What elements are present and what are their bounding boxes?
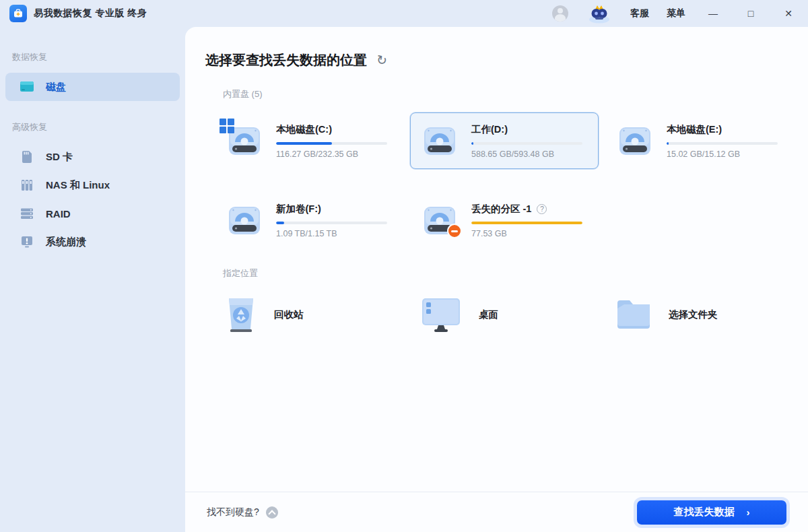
drive-card-c[interactable]: 本地磁盘(C:) 116.27 GB/232.35 GB xyxy=(215,112,403,169)
drive-size: 1.09 TB/1.15 TB xyxy=(276,229,393,238)
page-title: 选择要查找丢失数据的位置 xyxy=(205,51,367,69)
window-title: 易我数据恢复 专业版 终身 xyxy=(34,7,147,20)
locations-label: 指定位置 xyxy=(223,267,808,279)
refresh-icon[interactable]: ↻ xyxy=(375,52,389,69)
location-recycle-bin[interactable]: 回收站 xyxy=(215,292,403,337)
lost-partition-badge-icon xyxy=(447,224,462,238)
sidebar-item-disk[interactable]: 磁盘 xyxy=(5,73,180,101)
arrow-right-icon: › xyxy=(747,506,750,518)
scan-lost-data-button[interactable]: 查找丢失数据 › xyxy=(637,500,786,525)
capacity-bar xyxy=(667,142,778,145)
drive-name: 新加卷(F:) xyxy=(276,203,393,215)
drive-card-e[interactable]: 本地磁盘(E:) 15.02 GB/15.12 GB xyxy=(605,112,794,169)
drive-card-d[interactable]: 工作(D:) 588.65 GB/593.48 GB xyxy=(410,112,599,169)
drive-name: 本地磁盘(C:) xyxy=(276,123,393,136)
drive-size: 15.02 GB/15.12 GB xyxy=(667,149,784,159)
disk-icon xyxy=(19,79,35,95)
drive-size: 588.65 GB/593.48 GB xyxy=(471,149,588,159)
drive-card-grid: 本地磁盘(C:) 116.27 GB/232.35 GB xyxy=(215,112,808,248)
help-icon[interactable]: ? xyxy=(537,204,547,214)
minimize-button[interactable]: — xyxy=(703,8,723,19)
app-logo-icon xyxy=(9,5,27,22)
raid-array-icon xyxy=(19,205,35,222)
support-link[interactable]: 客服 xyxy=(630,7,649,20)
sidebar-section-data-recovery: 数据恢复 xyxy=(0,51,185,63)
internal-disks-label: 内置盘 (5) xyxy=(223,88,808,100)
cant-find-drive-text: 找不到硬盘? xyxy=(207,506,259,519)
assistant-mascot-icon[interactable] xyxy=(586,3,613,24)
folder-icon xyxy=(615,298,652,331)
sidebar-item-label: NAS 和 Linux xyxy=(46,179,110,192)
maximize-button[interactable]: □ xyxy=(741,8,761,19)
user-avatar[interactable] xyxy=(552,5,568,22)
drive-size: 77.53 GB xyxy=(471,229,588,238)
location-label: 选择文件夹 xyxy=(669,308,718,321)
cant-find-drive-link[interactable]: 找不到硬盘? xyxy=(207,506,278,519)
hard-drive-icon xyxy=(615,121,654,160)
system-crash-icon xyxy=(19,234,35,250)
sidebar-item-label: 磁盘 xyxy=(46,81,66,94)
capacity-bar xyxy=(471,222,582,224)
sidebar-item-system-crash[interactable]: 系统崩溃 xyxy=(5,228,180,256)
location-label: 回收站 xyxy=(274,308,304,321)
sidebar-item-label: 系统崩溃 xyxy=(46,236,86,248)
drive-name: 丢失的分区 -1 ? xyxy=(471,203,588,215)
title-bar: 易我数据恢复 专业版 终身 客服 菜单 — □ ✕ xyxy=(0,0,808,27)
drive-name: 本地磁盘(E:) xyxy=(667,123,784,136)
hard-drive-icon xyxy=(225,201,264,240)
hard-drive-icon xyxy=(420,121,459,160)
drive-name: 工作(D:) xyxy=(471,123,588,136)
locations-row: 回收站 桌面 选择文件夹 xyxy=(215,292,808,337)
chevron-up-circle-icon xyxy=(266,506,278,519)
desktop-icon xyxy=(419,296,463,333)
capacity-bar xyxy=(471,142,582,145)
sidebar-item-nas-linux[interactable]: NAS 和 Linux xyxy=(5,171,180,199)
menu-link[interactable]: 菜单 xyxy=(667,7,685,20)
sidebar-item-sd-card[interactable]: SD 卡 xyxy=(5,143,180,171)
sidebar: 数据恢复 磁盘 高级恢复 SD 卡 xyxy=(0,27,185,532)
sd-card-icon xyxy=(19,149,35,165)
capacity-bar xyxy=(276,142,387,145)
sidebar-item-raid[interactable]: RAID xyxy=(5,199,180,228)
location-select-folder[interactable]: 选择文件夹 xyxy=(605,292,794,337)
main-panel: 选择要查找丢失数据的位置 ↻ 内置盘 (5) 本地磁盘(C:) xyxy=(185,27,808,532)
sidebar-item-label: RAID xyxy=(46,208,71,220)
location-label: 桌面 xyxy=(479,308,498,321)
windows-badge-icon xyxy=(220,119,234,133)
recycle-bin-icon xyxy=(224,296,258,333)
footer-bar: 找不到硬盘? 查找丢失数据 › xyxy=(185,492,808,532)
drive-card-lost-partition[interactable]: 丢失的分区 -1 ? 77.53 GB xyxy=(410,192,599,248)
capacity-bar xyxy=(276,222,387,224)
location-desktop[interactable]: 桌面 xyxy=(410,292,599,337)
nas-server-icon xyxy=(19,177,35,193)
drive-size: 116.27 GB/232.35 GB xyxy=(276,149,393,159)
sidebar-item-label: SD 卡 xyxy=(46,151,73,164)
sidebar-section-advanced-recovery: 高级恢复 xyxy=(0,121,185,133)
close-button[interactable]: ✕ xyxy=(778,8,799,19)
drive-card-f[interactable]: 新加卷(F:) 1.09 TB/1.15 TB xyxy=(215,192,403,248)
